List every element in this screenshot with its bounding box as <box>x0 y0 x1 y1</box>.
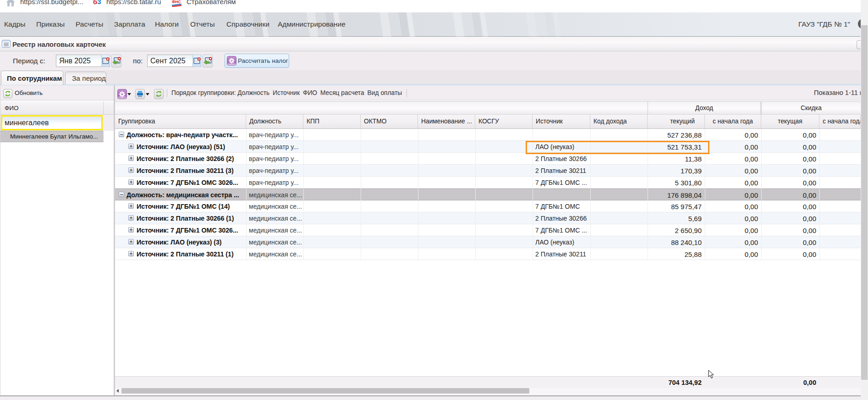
svg-text:ФНС: ФНС <box>172 0 181 4</box>
